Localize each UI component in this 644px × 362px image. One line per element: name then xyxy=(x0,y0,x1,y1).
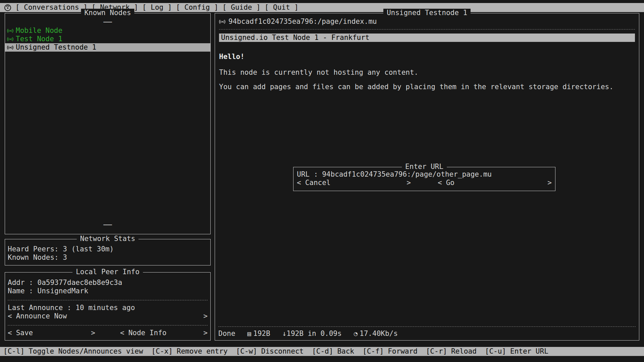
button-right-bracket: > xyxy=(547,179,552,187)
network-stats-panel: Network Stats Heard Peers: 3 (last 30m) … xyxy=(5,239,211,265)
shortcut-key: [C-u] xyxy=(485,347,506,356)
radio-waves-icon xyxy=(7,37,13,42)
menu-item-quit[interactable]: [ Quit ] xyxy=(265,3,299,12)
radio-waves-icon xyxy=(219,19,225,24)
shortcut-key: [C-r] xyxy=(426,347,447,356)
known-nodes-stat: Known Nodes: 3 xyxy=(8,253,208,262)
node-list-item-test-node-1[interactable]: Test Node 1 xyxy=(5,35,210,43)
menu-item-config[interactable]: [ Config ] xyxy=(176,3,218,12)
enter-url-dialog-title: Enter URL xyxy=(402,163,447,171)
go-button[interactable]: <Go > xyxy=(438,179,552,187)
local-peer-info-title: Local Peer Info xyxy=(72,268,143,276)
shortcut-key: [C-w] xyxy=(236,347,257,356)
url-input[interactable]: 94bcadf1c024735ea796:/page/other_page.mu xyxy=(322,170,492,179)
separator xyxy=(219,29,635,29)
save-label: Save xyxy=(16,329,33,337)
node-name: Unsigned Testnode 1 xyxy=(16,43,96,52)
scroll-indicator-bottom: ── xyxy=(5,221,210,229)
menu-item-guide[interactable]: [ Guide ] xyxy=(222,3,261,12)
peer-name: Name : UnsignedMark xyxy=(8,287,208,295)
known-nodes-panel: Known Nodes ── Mobile Node Test Node 1 U… xyxy=(5,13,211,234)
menu-item-conversations[interactable]: [ Conversations ] xyxy=(15,3,88,12)
button-left-bracket: < xyxy=(8,312,12,320)
node-info-label: Node Info xyxy=(128,329,167,337)
menu-item-log[interactable]: [ Log ] xyxy=(142,3,172,12)
node-name: Test Node 1 xyxy=(16,35,62,43)
shortcut-key: [C-l] xyxy=(3,347,24,356)
shortcut-key: [C-d] xyxy=(312,347,333,356)
shortcut-bar: [C-l]Toggle Nodes/Announces view [C-x]Re… xyxy=(0,347,644,356)
shortcut-disconnect: [C-w]Disconnect xyxy=(236,347,304,356)
peer-address: Addr : 0a59377daec8eb8e9c3a xyxy=(8,279,208,287)
shortcut-label: Disconnect xyxy=(261,347,304,356)
button-left-bracket: < xyxy=(8,329,12,337)
local-peer-info-panel: Local Peer Info Addr : 0a59377daec8eb8e9… xyxy=(5,272,211,341)
node-name: Mobile Node xyxy=(16,26,62,35)
speed-icon: ◔ xyxy=(354,329,358,338)
node-list-item-unsigned-testnode-1[interactable]: Unsigned Testnode 1 xyxy=(5,43,210,52)
shortcut-label: Remove entry xyxy=(177,347,228,356)
app-logo-icon xyxy=(4,4,11,11)
radio-waves-icon xyxy=(7,45,13,50)
cancel-button[interactable]: <Cancel > xyxy=(297,179,411,187)
node-list-item-mobile-node[interactable]: Mobile Node xyxy=(5,26,210,35)
go-label: Go xyxy=(446,179,454,187)
announce-now-button[interactable]: <Announce Now > xyxy=(8,312,208,320)
page-heading: Hello! xyxy=(219,53,635,61)
page-header-bar: Unsigned.io Test Node 1 - Frankfurt xyxy=(219,34,635,42)
shortcut-reload: [C-r]Reload xyxy=(426,347,477,356)
separator xyxy=(218,326,636,327)
shortcut-toggle-view: [C-l]Toggle Nodes/Announces view xyxy=(3,347,143,356)
button-right-bracket: > xyxy=(203,329,208,337)
url-field-label: URL : xyxy=(297,170,318,179)
shortcut-label: Toggle Nodes/Announces view xyxy=(29,347,143,356)
shortcut-label: Back xyxy=(337,347,354,356)
status-speed: 17.40Kb/s xyxy=(360,329,398,338)
page-paragraph: This node is currently not hosting any c… xyxy=(219,68,635,77)
url-bar: 94bcadf1c024735ea796:/page/index.mu xyxy=(219,17,635,26)
button-right-bracket: > xyxy=(91,329,95,337)
enter-url-dialog: Enter URL URL : 94bcadf1c024735ea796:/pa… xyxy=(293,167,555,191)
status-transfer: ↓192B in 0.09s xyxy=(282,329,342,338)
known-nodes-title: Known Nodes xyxy=(81,9,134,17)
current-url: 94bcadf1c024735ea796:/page/index.mu xyxy=(228,17,377,26)
shortcut-label: Forward xyxy=(388,347,418,356)
save-button[interactable]: <Save > xyxy=(8,329,95,337)
button-left-bracket: < xyxy=(438,179,442,187)
radio-waves-icon xyxy=(7,28,13,34)
button-right-bracket: > xyxy=(203,312,208,320)
separator xyxy=(8,300,208,300)
browser-title: Unsigned Testnode 1 xyxy=(383,9,471,17)
node-browser-panel: Unsigned Testnode 1 94bcadf1c024735ea796… xyxy=(215,13,639,341)
shortcut-key: [C-f] xyxy=(363,347,384,356)
shortcut-back: [C-d]Back xyxy=(312,347,354,356)
node-info-button[interactable]: <Node Info > xyxy=(120,329,208,337)
shortcut-forward: [C-f]Forward xyxy=(363,347,418,356)
last-announce-text: Last Announce : 10 minutes ago xyxy=(8,304,208,312)
network-stats-title: Network Stats xyxy=(77,235,139,243)
shortcut-label: Reload xyxy=(451,347,477,356)
shortcut-label: Enter URL xyxy=(510,347,548,356)
status-size: 192B xyxy=(253,329,270,338)
heard-peers-stat: Heard Peers: 3 (last 30m) xyxy=(8,245,208,253)
announce-now-label: Announce Now xyxy=(16,312,67,320)
button-left-bracket: < xyxy=(120,329,124,337)
shortcut-remove-entry: [C-x]Remove entry xyxy=(152,347,228,356)
shortcut-key: [C-x] xyxy=(152,347,173,356)
separator xyxy=(8,325,208,325)
browser-status-bar: Done ▤ 192B ↓192B in 0.09s ◔ 17.40Kb/s xyxy=(218,329,636,338)
shortcut-enter-url: [C-u]Enter URL xyxy=(485,347,548,356)
status-state: Done xyxy=(218,329,235,338)
cancel-label: Cancel xyxy=(305,179,331,187)
button-left-bracket: < xyxy=(297,179,301,187)
page-paragraph: You can add pages and files can be added… xyxy=(219,83,635,91)
button-right-bracket: > xyxy=(407,179,411,187)
size-icon: ▤ xyxy=(248,329,251,338)
